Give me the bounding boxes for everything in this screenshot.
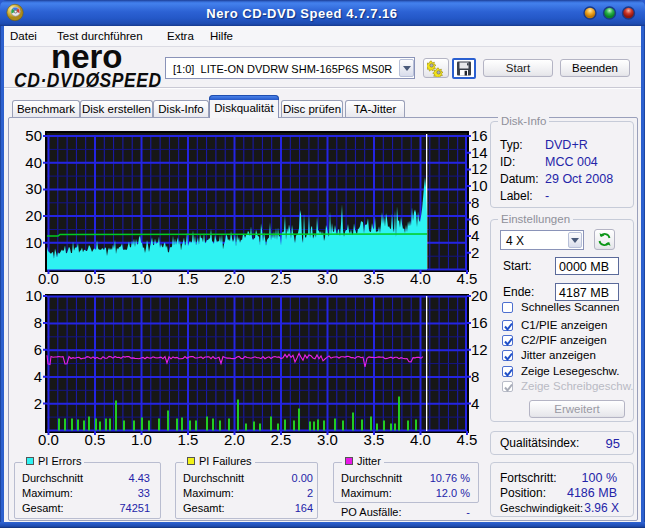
svg-text:3.0: 3.0 [317, 270, 338, 287]
svg-text:20: 20 [471, 287, 488, 304]
svg-text:2.5: 2.5 [271, 270, 292, 287]
svg-text:12: 12 [471, 341, 488, 358]
svg-text:3.5: 3.5 [364, 270, 385, 287]
svg-text:16: 16 [471, 314, 488, 331]
svg-text:10: 10 [25, 234, 42, 251]
svg-text:1.5: 1.5 [178, 431, 199, 448]
svg-text:4.0: 4.0 [410, 431, 431, 448]
svg-text:1.0: 1.0 [131, 431, 152, 448]
svg-text:0.0: 0.0 [38, 431, 59, 448]
svg-text:6: 6 [34, 341, 42, 358]
svg-text:40: 40 [25, 154, 42, 171]
svg-text:2: 2 [471, 244, 479, 261]
svg-text:10: 10 [25, 287, 42, 304]
svg-text:1.0: 1.0 [131, 270, 152, 287]
svg-text:12: 12 [471, 160, 488, 177]
svg-text:0.0: 0.0 [38, 270, 59, 287]
svg-text:3.0: 3.0 [317, 431, 338, 448]
svg-text:0.5: 0.5 [85, 431, 106, 448]
svg-text:8: 8 [471, 194, 479, 211]
svg-text:1.5: 1.5 [178, 270, 199, 287]
svg-text:4.5: 4.5 [457, 270, 478, 287]
svg-text:2.0: 2.0 [224, 431, 245, 448]
svg-text:20: 20 [25, 207, 42, 224]
svg-text:4: 4 [34, 368, 42, 385]
svg-text:8: 8 [34, 314, 42, 331]
svg-text:14: 14 [471, 144, 488, 161]
svg-text:4.5: 4.5 [457, 431, 478, 448]
svg-text:0.5: 0.5 [85, 270, 106, 287]
svg-text:3.5: 3.5 [364, 431, 385, 448]
svg-text:2.0: 2.0 [224, 270, 245, 287]
svg-text:6: 6 [471, 211, 479, 228]
svg-text:4: 4 [471, 227, 479, 244]
svg-text:10: 10 [471, 177, 488, 194]
svg-text:2: 2 [34, 395, 42, 412]
svg-text:50: 50 [25, 127, 42, 144]
svg-text:4.0: 4.0 [410, 270, 431, 287]
svg-text:8: 8 [471, 368, 479, 385]
svg-text:16: 16 [471, 127, 488, 144]
svg-text:2.5: 2.5 [271, 431, 292, 448]
svg-text:30: 30 [25, 180, 42, 197]
svg-text:4: 4 [471, 395, 479, 412]
